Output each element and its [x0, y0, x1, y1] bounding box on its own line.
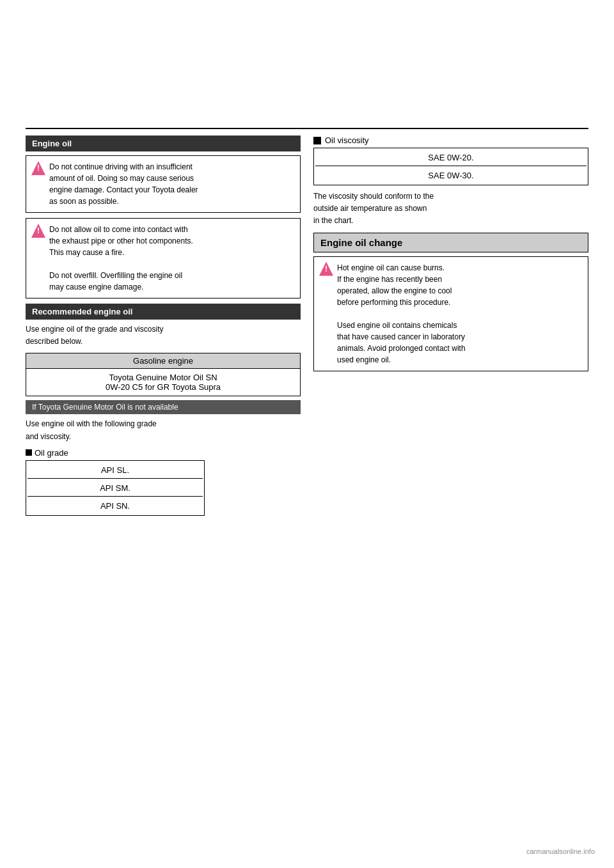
gasoline-content: Toyota Genuine Motor Oil SN0W-20 C5 for … [26, 369, 300, 396]
table-row: API SM. [28, 480, 203, 497]
body-text-1: Use engine oil of the grade and viscosit… [26, 323, 301, 348]
viscosity-table: SAE 0W-20. SAE 0W-30. [313, 148, 588, 185]
table-row: SAE 0W-30. [315, 167, 586, 183]
small-section-bar: If Toyota Genuine Motor Oil is not avail… [26, 400, 301, 414]
two-column-layout: Engine oil Do not continue driving with … [26, 136, 588, 516]
square-bullet-icon [26, 449, 32, 456]
right-column: Oil viscosity SAE 0W-20. SAE 0W-30. The … [313, 136, 588, 516]
viscosity-row-1: SAE 0W-20. [315, 150, 586, 166]
warning-box-2: Do not allow oil to come into contact wi… [26, 218, 301, 298]
warning-text-3: Hot engine oil can cause burns. If the e… [337, 263, 466, 364]
left-column: Engine oil Do not continue driving with … [26, 136, 301, 516]
engine-oil-header: Engine oil [26, 136, 301, 151]
footer-logo: carmanualsonline.info [526, 848, 595, 855]
engine-oil-change-header: Engine oil change [313, 233, 588, 252]
recommended-oil-header: Recommended engine oil [26, 304, 301, 320]
warning-icon-2 [31, 224, 45, 238]
oil-grade-label: Oil grade [35, 448, 68, 458]
section-square-icon [313, 137, 321, 144]
warning-box-3: Hot engine oil can cause burns. If the e… [313, 256, 588, 371]
warning-icon-1 [31, 161, 45, 175]
warning-text-1: Do not continue driving with an insuffic… [49, 162, 198, 206]
api-table: API SL. API SM. API SN. [26, 460, 205, 516]
gasoline-header: Gasoline engine [26, 353, 300, 369]
oil-viscosity-marker: Oil viscosity [313, 136, 588, 145]
api-row-1: API SL. [28, 462, 203, 479]
viscosity-row-2: SAE 0W-30. [315, 167, 586, 183]
api-row-3: API SN. [28, 498, 203, 514]
warning-text-2: Do not allow oil to come into contact wi… [49, 225, 193, 291]
table-row: SAE 0W-20. [315, 150, 586, 166]
body-text-2: Use engine oil with the following gradea… [26, 418, 301, 442]
warning-box-1: Do not continue driving with an insuffic… [26, 155, 301, 213]
gasoline-table: Gasoline engine Toyota Genuine Motor Oil… [26, 353, 301, 396]
table-row: API SN. [28, 498, 203, 514]
api-row-2: API SM. [28, 480, 203, 497]
page-container: Engine oil Do not continue driving with … [0, 0, 614, 868]
warning-icon-3 [319, 262, 333, 276]
oil-grade-marker: Oil grade [26, 448, 301, 458]
table-row: API SL. [28, 462, 203, 479]
top-rule [26, 128, 588, 129]
oil-viscosity-label: Oil viscosity [325, 136, 369, 145]
body-text-right-1: The viscosity should conform to the outs… [313, 190, 588, 228]
